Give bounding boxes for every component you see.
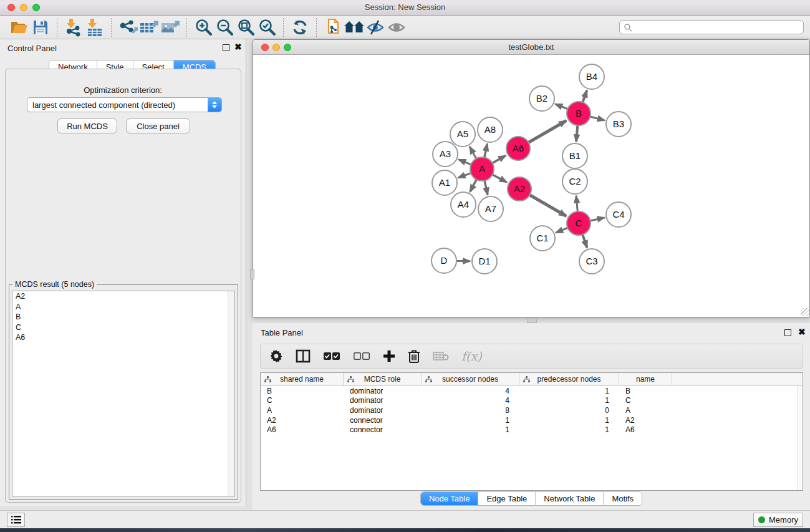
tab-edge-table[interactable]: Edge Table bbox=[478, 492, 536, 505]
tab-network-table[interactable]: Network Table bbox=[536, 492, 604, 505]
task-history-button[interactable] bbox=[7, 513, 25, 527]
node-C4[interactable]: C4 bbox=[606, 202, 631, 227]
network-graph[interactable]: B4B2BB3A5A8A6A3B1AA1C2A2A4A7C4CC1C3DD1 bbox=[253, 56, 809, 317]
table-row[interactable]: A2connector11A2 bbox=[261, 415, 803, 425]
mcds-result-item[interactable]: B bbox=[12, 312, 234, 322]
optimization-criterion-dropdown[interactable]: largest connected component (directed) bbox=[27, 97, 222, 112]
column-header-shared-name[interactable]: shared name bbox=[261, 373, 344, 385]
float-panel-icon[interactable] bbox=[223, 44, 229, 51]
network-window-titlebar[interactable]: testGlobe.txt bbox=[253, 40, 809, 55]
zoom-fit-icon[interactable] bbox=[235, 17, 256, 37]
search-field[interactable] bbox=[619, 20, 804, 34]
cell-name[interactable]: A2 bbox=[619, 416, 672, 425]
show-hide-panels-icon[interactable] bbox=[386, 17, 407, 37]
cell-predecessor-nodes[interactable]: 1 bbox=[519, 396, 619, 405]
node-C[interactable]: C bbox=[567, 211, 591, 235]
node-B3[interactable]: B3 bbox=[606, 112, 631, 137]
column-header-MCDS-role[interactable]: MCDS role bbox=[344, 373, 422, 385]
import-network-icon[interactable] bbox=[63, 17, 84, 37]
refresh-view-icon[interactable] bbox=[289, 17, 311, 37]
tab-motifs[interactable]: Motifs bbox=[604, 492, 642, 505]
column-header-successor-nodes[interactable]: successor nodes bbox=[422, 373, 519, 385]
scrollbar-track[interactable] bbox=[228, 291, 234, 496]
cell-name[interactable]: C bbox=[619, 396, 672, 405]
run-mcds-button[interactable]: Run MCDS bbox=[57, 118, 117, 133]
node-A6[interactable]: A6 bbox=[506, 137, 530, 160]
cell-shared-name[interactable]: A bbox=[261, 406, 344, 415]
column-selector-icon[interactable] bbox=[296, 349, 311, 363]
mcds-result-list[interactable]: A2ABCA6 bbox=[12, 291, 235, 496]
memory-button[interactable]: Memory bbox=[753, 513, 803, 527]
hide-graphics-details-icon[interactable] bbox=[365, 17, 386, 37]
new-network-from-selection-icon[interactable] bbox=[322, 17, 344, 37]
splitter-grip-horizontal[interactable] bbox=[527, 319, 537, 323]
cell-shared-name[interactable]: A6 bbox=[261, 425, 344, 434]
close-panel-icon[interactable]: ✖ bbox=[798, 327, 806, 336]
cell-MCDS-role[interactable]: connector bbox=[344, 425, 422, 434]
window-resize-grip[interactable] bbox=[801, 308, 809, 316]
node-table[interactable]: shared nameMCDS rolesuccessor nodesprede… bbox=[260, 372, 803, 491]
table-row[interactable]: Adominator80A bbox=[261, 405, 803, 415]
cell-predecessor-nodes[interactable]: 1 bbox=[519, 425, 619, 434]
table-settings-gear-icon[interactable] bbox=[269, 349, 283, 363]
cell-MCDS-role[interactable]: dominator bbox=[344, 406, 422, 415]
cell-MCDS-role[interactable]: connector bbox=[344, 416, 422, 425]
close-panel-button[interactable]: Close panel bbox=[126, 118, 190, 133]
node-C2[interactable]: C2 bbox=[562, 169, 587, 194]
mcds-result-item[interactable]: A6 bbox=[12, 332, 234, 343]
node-B[interactable]: B bbox=[567, 102, 591, 125]
node-A2[interactable]: A2 bbox=[508, 177, 531, 201]
node-C3[interactable]: C3 bbox=[579, 249, 604, 274]
node-A[interactable]: A bbox=[470, 157, 494, 181]
node-C1[interactable]: C1 bbox=[530, 226, 555, 251]
export-image-icon[interactable] bbox=[160, 17, 181, 37]
node-B2[interactable]: B2 bbox=[529, 86, 554, 111]
column-header-predecessor-nodes[interactable]: predecessor nodes bbox=[519, 373, 619, 385]
splitter-grip-vertical[interactable] bbox=[250, 269, 254, 279]
cell-name[interactable]: B bbox=[619, 387, 672, 395]
select-all-checkboxes-icon[interactable] bbox=[323, 352, 340, 360]
node-B1[interactable]: B1 bbox=[562, 143, 587, 168]
zoom-in-icon[interactable] bbox=[193, 17, 214, 37]
cell-successor-nodes[interactable]: 1 bbox=[422, 416, 519, 425]
delete-column-trash-icon[interactable] bbox=[408, 349, 420, 363]
table-row[interactable]: Bdominator41B bbox=[261, 386, 803, 396]
function-builder-icon[interactable]: f(x) bbox=[461, 349, 482, 363]
node-B4[interactable]: B4 bbox=[579, 64, 604, 89]
network-canvas[interactable]: B4B2BB3A5A8A6A3B1AA1C2A2A4A7C4CC1C3DD1 bbox=[253, 56, 809, 317]
node-D1[interactable]: D1 bbox=[472, 249, 497, 274]
node-A1[interactable]: A1 bbox=[432, 170, 457, 195]
table-row[interactable]: A6connector11A6 bbox=[261, 425, 803, 435]
cell-MCDS-role[interactable]: dominator bbox=[344, 396, 422, 405]
cell-MCDS-role[interactable]: dominator bbox=[344, 387, 422, 395]
deselect-all-checkboxes-icon[interactable] bbox=[353, 352, 370, 360]
mcds-result-item[interactable]: C bbox=[12, 322, 234, 333]
cell-predecessor-nodes[interactable]: 1 bbox=[519, 416, 619, 425]
node-A7[interactable]: A7 bbox=[478, 196, 503, 221]
cell-shared-name[interactable]: B bbox=[261, 387, 344, 395]
export-table-icon[interactable] bbox=[138, 17, 160, 37]
cell-successor-nodes[interactable]: 4 bbox=[422, 396, 519, 405]
save-session-icon[interactable] bbox=[30, 17, 51, 37]
mcds-result-item[interactable]: A2 bbox=[12, 291, 234, 302]
float-panel-icon[interactable] bbox=[784, 329, 791, 336]
tab-node-table[interactable]: Node Table bbox=[421, 492, 479, 505]
import-table-icon[interactable] bbox=[84, 17, 105, 37]
home-layout-icon[interactable] bbox=[344, 17, 365, 37]
search-input[interactable] bbox=[632, 23, 799, 32]
node-A8[interactable]: A8 bbox=[478, 117, 503, 142]
cell-shared-name[interactable]: C bbox=[261, 396, 344, 405]
mcds-result-item[interactable]: A bbox=[12, 302, 234, 312]
cell-successor-nodes[interactable]: 4 bbox=[422, 387, 519, 395]
column-header-name[interactable]: name bbox=[619, 373, 672, 385]
table-scrollbar[interactable] bbox=[797, 386, 803, 490]
export-network-icon[interactable] bbox=[117, 17, 138, 37]
cell-name[interactable]: A6 bbox=[619, 425, 672, 434]
cell-name[interactable]: A bbox=[619, 406, 672, 415]
node-A4[interactable]: A4 bbox=[451, 192, 476, 217]
node-D[interactable]: D bbox=[432, 248, 456, 273]
cell-predecessor-nodes[interactable]: 1 bbox=[519, 387, 619, 395]
node-A5[interactable]: A5 bbox=[450, 122, 475, 147]
cell-shared-name[interactable]: A2 bbox=[261, 416, 344, 425]
close-panel-icon[interactable]: ✖ bbox=[234, 42, 242, 51]
